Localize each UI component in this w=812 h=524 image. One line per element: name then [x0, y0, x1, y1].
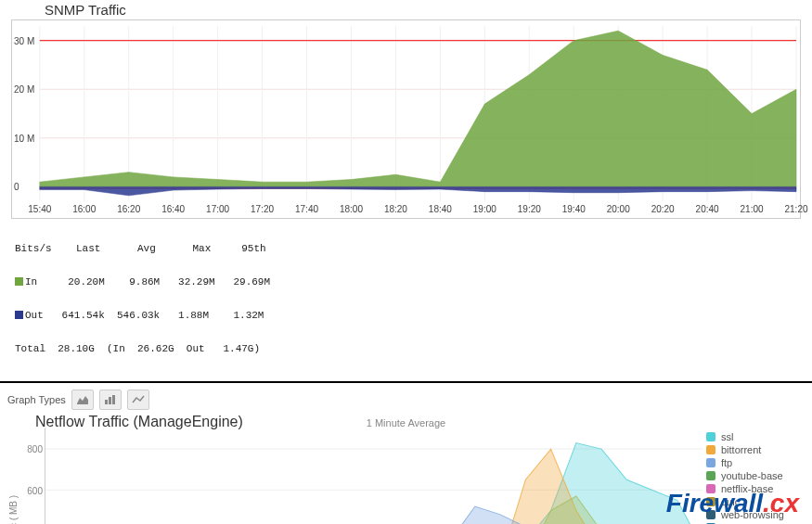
snmp-xtick: 18:20: [384, 204, 407, 214]
snmp-chart: 010 M20 M30 M 15:4016:0016:2016:4017:001…: [11, 19, 801, 219]
snmp-xtick: 16:00: [72, 204, 96, 214]
legend-swatch: [706, 458, 715, 467]
svg-rect-26: [112, 395, 115, 404]
snmp-xtick: 16:40: [161, 204, 185, 214]
legend-item-youtube-base[interactable]: youtube-base: [706, 469, 805, 482]
legend-swatch: [706, 471, 715, 480]
bar-chart-icon: [104, 394, 117, 405]
snmp-ytick: 10 M: [14, 133, 34, 143]
snmp-title: SNMP Traffic: [7, 0, 805, 19]
snmp-xtick: 15:40: [28, 204, 51, 214]
snmp-xtick: 18:00: [340, 204, 363, 214]
netflow-toolbar: Graph Types: [7, 388, 805, 412]
snmp-xtick: 19:20: [518, 204, 541, 214]
snmp-xtick: 21:20: [785, 204, 808, 214]
legend-item-ftp[interactable]: ftp: [706, 456, 805, 469]
snmp-xtick: 17:40: [295, 204, 318, 214]
svg-rect-24: [105, 400, 108, 404]
graph-type-area-button[interactable]: [71, 390, 94, 410]
snmp-xtick: 20:00: [607, 204, 630, 214]
snmp-legend: Bits/s Last Avg Max 95th In 20.20M 9.86M…: [7, 219, 805, 378]
legend-item-bittorrent[interactable]: bittorrent: [706, 443, 805, 456]
snmp-xtick: 20:20: [651, 204, 675, 214]
legend-label: ftp: [721, 457, 732, 468]
netflow-ytick: 600: [27, 485, 43, 495]
svg-rect-25: [109, 397, 111, 404]
legend-swatch: [706, 432, 715, 441]
snmp-xtick: 18:40: [429, 204, 452, 214]
snmp-ytick: 20 M: [14, 84, 34, 95]
snmp-xtick: 21:00: [741, 204, 764, 214]
legend-label: ssl: [721, 431, 733, 442]
netflow-ytick: 800: [27, 444, 43, 454]
netflow-ylabel: Traffic ( MB ): [9, 494, 19, 524]
area-chart-icon: [76, 394, 89, 405]
snmp-xtick: 17:00: [206, 204, 229, 214]
legend-label: youtube-base: [721, 470, 783, 481]
snmp-xtick: 16:20: [117, 204, 140, 214]
netflow-chart: [45, 428, 702, 524]
snmp-ytick: 30 M: [14, 35, 34, 45]
graph-type-line-button[interactable]: [127, 390, 149, 410]
snmp-xtick: 20:40: [696, 204, 719, 214]
line-chart-icon: [132, 394, 145, 405]
legend-swatch: [706, 445, 715, 454]
legend-label: bittorrent: [721, 444, 761, 455]
brand-logo: Firewall.cx: [666, 489, 799, 518]
snmp-xtick: 19:40: [562, 204, 586, 214]
snmp-ytick: 0: [14, 182, 19, 192]
snmp-panel: SNMP Traffic 010 M20 M30 M 15:4016:0016:…: [0, 0, 812, 378]
panel-divider: [0, 381, 812, 383]
graph-type-bar-button[interactable]: [99, 390, 122, 410]
snmp-xtick: 17:20: [251, 204, 274, 214]
toolbar-label: Graph Types: [7, 394, 66, 405]
legend-item-ssl[interactable]: ssl: [706, 430, 805, 443]
snmp-xtick: 19:00: [473, 204, 496, 214]
